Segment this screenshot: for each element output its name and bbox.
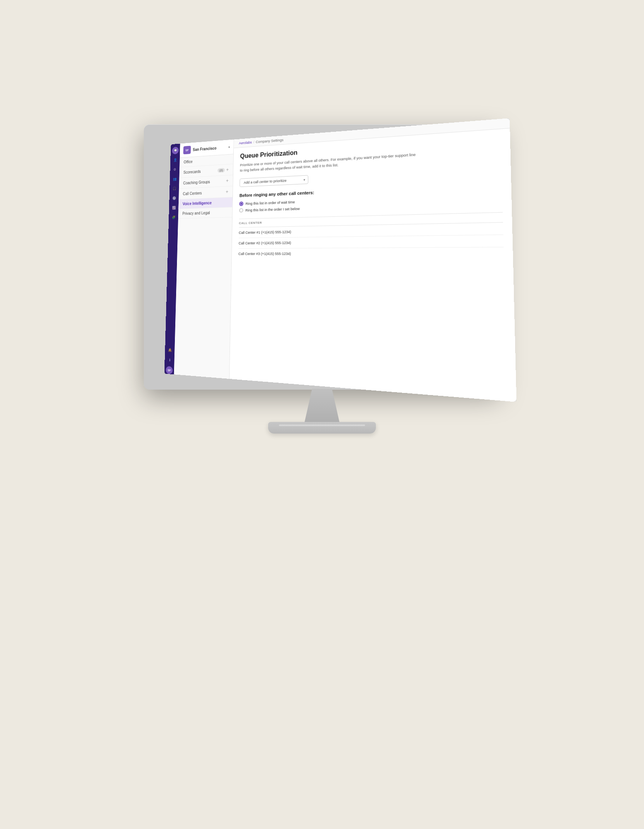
- headset-icon[interactable]: 🎧: [171, 185, 178, 193]
- table-row: Call Center #3 (+1(415) 555-1234): [238, 247, 504, 259]
- monitor-wrapper: 💬 👤 ⚙ 👥 🎧 🕐 📈 🧩 🔔 ℹ SF: [136, 124, 508, 705]
- sidebar-item-label: Scorecards: [184, 169, 201, 174]
- sidebar-item-label: Office: [184, 160, 192, 164]
- team-icon[interactable]: 👥: [171, 175, 178, 183]
- sidebar-item-label: Privacy and Legal: [182, 211, 210, 216]
- breadcrumb-separator: /: [253, 140, 254, 144]
- radio-label-1: Ring this list in order of wait time: [245, 200, 295, 206]
- settings-icon[interactable]: ⚙: [172, 166, 179, 174]
- content-body: Queue Prioritization Prioritize one or m…: [230, 128, 517, 402]
- call-center-table: CALL CENTER Call Center #1 (+1(415) 555-…: [238, 212, 504, 259]
- radio-circle-selected: [239, 201, 243, 206]
- call-center-name-3: Call Center #3 (+1(415) 555-1234): [238, 252, 291, 256]
- sidebar-item-label: Voice Intelligence: [183, 201, 212, 206]
- workspace-title: San Francisco: [193, 145, 226, 152]
- scorecards-badge: (2): [218, 168, 225, 172]
- sidebar-item-privacy-legal[interactable]: Privacy and Legal: [178, 207, 232, 219]
- chevron-down-icon: ▾: [228, 145, 230, 148]
- chat-icon[interactable]: 💬: [172, 147, 179, 155]
- users-icon[interactable]: 👤: [172, 156, 179, 164]
- bell-icon[interactable]: 🔔: [166, 346, 173, 354]
- analytics-icon[interactable]: 📈: [170, 204, 177, 211]
- avatar[interactable]: SF: [166, 366, 173, 374]
- puzzle-icon[interactable]: 🧩: [170, 213, 177, 221]
- app-overlay: 💬 👤 ⚙ 👥 🎧 🕐 📈 🧩 🔔 ℹ SF: [165, 118, 517, 402]
- panel-content: SF San Francisco ▾ Office Scorecards (2): [174, 118, 517, 402]
- monitor-stand-neck: [297, 389, 347, 422]
- clock-icon[interactable]: 🕐: [171, 194, 178, 202]
- call-center-select[interactable]: Add a call center to prioritize: [240, 175, 308, 187]
- radio-circle-unselected: [239, 208, 243, 213]
- scorecards-add-button[interactable]: +: [226, 167, 229, 172]
- content-area: Aerolabs / Company Settings Queue Priori…: [230, 118, 517, 402]
- nav-sidebar: SF San Francisco ▾ Office Scorecards (2): [174, 140, 234, 379]
- radio-label-2: Ring this list in the order I set below: [245, 206, 300, 212]
- call-centers-add-button[interactable]: +: [226, 189, 228, 194]
- call-center-name-1: Call Center #1 (+1(415) 555-1234): [239, 230, 291, 235]
- sidebar-item-label: Call Centers: [183, 191, 202, 196]
- info-icon[interactable]: ℹ: [166, 356, 173, 364]
- call-center-select-wrapper: Add a call center to prioritize ▾: [240, 175, 308, 187]
- breadcrumb-current: Company Settings: [256, 138, 283, 144]
- coaching-groups-add-button[interactable]: +: [226, 178, 228, 184]
- monitor-stand-base: [268, 422, 376, 434]
- monitor-screen: 💬 👤 ⚙ 👥 🎧 🕐 📈 🧩 🔔 ℹ SF: [165, 118, 517, 402]
- main-panel: SF San Francisco ▾ Office Scorecards (2): [174, 118, 517, 402]
- sf-badge: SF: [183, 146, 191, 155]
- monitor-body: 💬 👤 ⚙ 👥 🎧 🕐 📈 🧩 🔔 ℹ SF: [144, 124, 500, 390]
- breadcrumb-parent-link[interactable]: Aerolabs: [239, 141, 252, 145]
- sidebar-item-label: Coaching Groups: [183, 179, 210, 185]
- call-center-name-2: Call Center #2 (+1(415) 555-1234): [239, 241, 291, 245]
